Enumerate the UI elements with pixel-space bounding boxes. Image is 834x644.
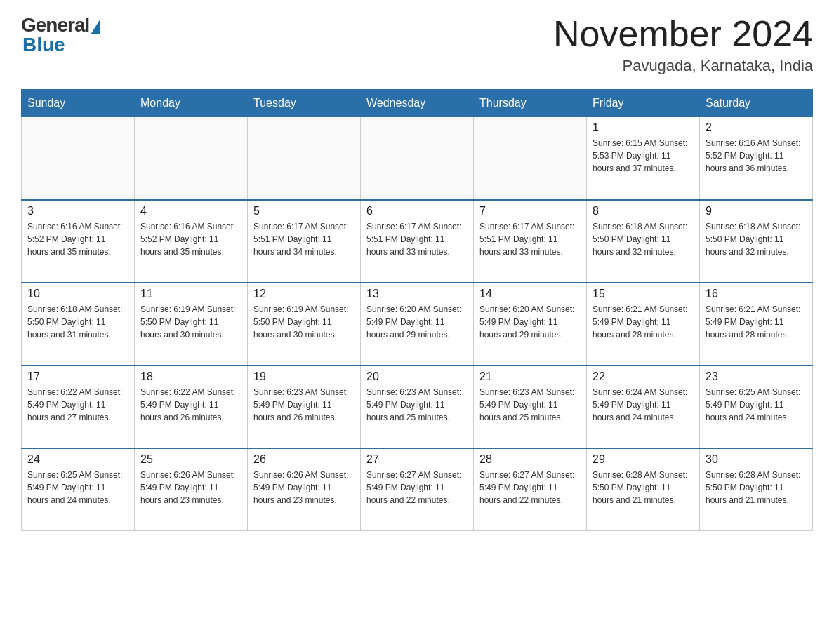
day-number: 13 bbox=[366, 288, 468, 300]
day-info: Sunrise: 6:18 AM Sunset: 5:50 PM Dayligh… bbox=[706, 220, 807, 258]
weekday-header-thursday: Thursday bbox=[474, 90, 587, 117]
calendar-cell bbox=[135, 117, 248, 200]
calendar-cell: 11Sunrise: 6:19 AM Sunset: 5:50 PM Dayli… bbox=[135, 283, 248, 365]
day-number: 4 bbox=[140, 205, 241, 217]
day-number: 12 bbox=[253, 288, 355, 300]
calendar-cell: 17Sunrise: 6:22 AM Sunset: 5:49 PM Dayli… bbox=[22, 365, 135, 448]
day-number: 16 bbox=[706, 288, 807, 300]
day-info: Sunrise: 6:21 AM Sunset: 5:49 PM Dayligh… bbox=[706, 303, 807, 341]
day-info: Sunrise: 6:27 AM Sunset: 5:49 PM Dayligh… bbox=[366, 469, 468, 507]
day-info: Sunrise: 6:19 AM Sunset: 5:50 PM Dayligh… bbox=[140, 303, 241, 341]
day-number: 5 bbox=[253, 205, 355, 217]
day-number: 24 bbox=[27, 453, 128, 466]
day-number: 1 bbox=[593, 121, 694, 134]
calendar-cell: 1Sunrise: 6:15 AM Sunset: 5:53 PM Daylig… bbox=[587, 117, 700, 200]
calendar-cell: 14Sunrise: 6:20 AM Sunset: 5:49 PM Dayli… bbox=[474, 283, 587, 365]
calendar-cell: 13Sunrise: 6:20 AM Sunset: 5:49 PM Dayli… bbox=[361, 283, 474, 365]
page-header: General Blue November 2024 Pavugada, Kar… bbox=[21, 14, 813, 75]
calendar-cell: 2Sunrise: 6:16 AM Sunset: 5:52 PM Daylig… bbox=[700, 117, 813, 200]
day-info: Sunrise: 6:27 AM Sunset: 5:49 PM Dayligh… bbox=[479, 469, 581, 507]
calendar-cell: 20Sunrise: 6:23 AM Sunset: 5:49 PM Dayli… bbox=[361, 365, 474, 448]
calendar-cell bbox=[361, 117, 474, 200]
day-number: 6 bbox=[366, 205, 468, 217]
day-number: 3 bbox=[27, 205, 128, 217]
calendar-cell: 28Sunrise: 6:27 AM Sunset: 5:49 PM Dayli… bbox=[474, 448, 587, 531]
day-number: 8 bbox=[593, 205, 694, 217]
day-info: Sunrise: 6:18 AM Sunset: 5:50 PM Dayligh… bbox=[27, 303, 128, 341]
day-number: 23 bbox=[706, 370, 807, 383]
day-number: 20 bbox=[366, 370, 468, 383]
day-number: 18 bbox=[140, 370, 241, 383]
day-number: 21 bbox=[479, 370, 581, 383]
calendar-cell: 30Sunrise: 6:28 AM Sunset: 5:50 PM Dayli… bbox=[700, 448, 813, 531]
weekday-header-sunday: Sunday bbox=[22, 90, 135, 117]
location-title: Pavugada, Karnataka, India bbox=[553, 57, 813, 75]
week-row-3: 10Sunrise: 6:18 AM Sunset: 5:50 PM Dayli… bbox=[22, 283, 813, 365]
day-number: 27 bbox=[366, 453, 468, 466]
calendar-cell: 5Sunrise: 6:17 AM Sunset: 5:51 PM Daylig… bbox=[248, 200, 361, 283]
day-info: Sunrise: 6:22 AM Sunset: 5:49 PM Dayligh… bbox=[27, 386, 128, 424]
week-row-1: 1Sunrise: 6:15 AM Sunset: 5:53 PM Daylig… bbox=[22, 117, 813, 200]
calendar-cell: 8Sunrise: 6:18 AM Sunset: 5:50 PM Daylig… bbox=[587, 200, 700, 283]
day-number: 17 bbox=[27, 370, 128, 383]
logo: General Blue bbox=[21, 14, 100, 56]
day-info: Sunrise: 6:17 AM Sunset: 5:51 PM Dayligh… bbox=[479, 220, 581, 258]
day-info: Sunrise: 6:15 AM Sunset: 5:53 PM Dayligh… bbox=[593, 137, 694, 175]
day-number: 9 bbox=[706, 205, 807, 217]
day-info: Sunrise: 6:18 AM Sunset: 5:50 PM Dayligh… bbox=[593, 220, 694, 258]
calendar-cell bbox=[22, 117, 135, 200]
calendar-cell: 24Sunrise: 6:25 AM Sunset: 5:49 PM Dayli… bbox=[22, 448, 135, 531]
calendar-cell: 26Sunrise: 6:26 AM Sunset: 5:49 PM Dayli… bbox=[248, 448, 361, 531]
calendar-cell: 22Sunrise: 6:24 AM Sunset: 5:49 PM Dayli… bbox=[587, 365, 700, 448]
day-number: 15 bbox=[593, 288, 694, 300]
calendar-cell: 10Sunrise: 6:18 AM Sunset: 5:50 PM Dayli… bbox=[22, 283, 135, 365]
calendar-cell: 9Sunrise: 6:18 AM Sunset: 5:50 PM Daylig… bbox=[700, 200, 813, 283]
day-number: 26 bbox=[253, 453, 355, 466]
calendar-cell: 18Sunrise: 6:22 AM Sunset: 5:49 PM Dayli… bbox=[135, 365, 248, 448]
calendar-cell: 19Sunrise: 6:23 AM Sunset: 5:49 PM Dayli… bbox=[248, 365, 361, 448]
day-number: 7 bbox=[479, 205, 581, 217]
day-info: Sunrise: 6:25 AM Sunset: 5:49 PM Dayligh… bbox=[706, 386, 807, 424]
calendar-cell: 16Sunrise: 6:21 AM Sunset: 5:49 PM Dayli… bbox=[700, 283, 813, 365]
title-block: November 2024 Pavugada, Karnataka, India bbox=[553, 14, 813, 75]
day-number: 25 bbox=[140, 453, 241, 466]
calendar-cell: 23Sunrise: 6:25 AM Sunset: 5:49 PM Dayli… bbox=[700, 365, 813, 448]
week-row-2: 3Sunrise: 6:16 AM Sunset: 5:52 PM Daylig… bbox=[22, 200, 813, 283]
month-title: November 2024 bbox=[553, 14, 813, 54]
week-row-4: 17Sunrise: 6:22 AM Sunset: 5:49 PM Dayli… bbox=[22, 365, 813, 448]
calendar-cell: 21Sunrise: 6:23 AM Sunset: 5:49 PM Dayli… bbox=[474, 365, 587, 448]
day-number: 29 bbox=[593, 453, 694, 466]
logo-triangle-icon bbox=[91, 19, 100, 34]
day-number: 22 bbox=[593, 370, 694, 383]
logo-blue-text: Blue bbox=[21, 34, 65, 56]
weekday-header-friday: Friday bbox=[587, 90, 700, 117]
weekday-header-monday: Monday bbox=[135, 90, 248, 117]
day-info: Sunrise: 6:25 AM Sunset: 5:49 PM Dayligh… bbox=[27, 469, 128, 507]
day-number: 19 bbox=[253, 370, 355, 383]
calendar-cell: 6Sunrise: 6:17 AM Sunset: 5:51 PM Daylig… bbox=[361, 200, 474, 283]
day-info: Sunrise: 6:23 AM Sunset: 5:49 PM Dayligh… bbox=[253, 386, 355, 424]
day-info: Sunrise: 6:20 AM Sunset: 5:49 PM Dayligh… bbox=[479, 303, 581, 341]
day-number: 28 bbox=[479, 453, 581, 466]
calendar-cell: 25Sunrise: 6:26 AM Sunset: 5:49 PM Dayli… bbox=[135, 448, 248, 531]
day-info: Sunrise: 6:17 AM Sunset: 5:51 PM Dayligh… bbox=[366, 220, 468, 258]
calendar-cell bbox=[474, 117, 587, 200]
day-info: Sunrise: 6:22 AM Sunset: 5:49 PM Dayligh… bbox=[140, 386, 241, 424]
calendar-cell: 12Sunrise: 6:19 AM Sunset: 5:50 PM Dayli… bbox=[248, 283, 361, 365]
calendar-cell bbox=[248, 117, 361, 200]
day-number: 10 bbox=[27, 288, 128, 300]
day-number: 30 bbox=[706, 453, 807, 466]
weekday-header-wednesday: Wednesday bbox=[361, 90, 474, 117]
weekday-header-tuesday: Tuesday bbox=[248, 90, 361, 117]
day-info: Sunrise: 6:26 AM Sunset: 5:49 PM Dayligh… bbox=[253, 469, 355, 507]
weekday-header-row: SundayMondayTuesdayWednesdayThursdayFrid… bbox=[22, 90, 813, 117]
weekday-header-saturday: Saturday bbox=[700, 90, 813, 117]
day-info: Sunrise: 6:28 AM Sunset: 5:50 PM Dayligh… bbox=[706, 469, 807, 507]
day-info: Sunrise: 6:24 AM Sunset: 5:49 PM Dayligh… bbox=[593, 386, 694, 424]
calendar-cell: 27Sunrise: 6:27 AM Sunset: 5:49 PM Dayli… bbox=[361, 448, 474, 531]
day-info: Sunrise: 6:21 AM Sunset: 5:49 PM Dayligh… bbox=[593, 303, 694, 341]
day-info: Sunrise: 6:23 AM Sunset: 5:49 PM Dayligh… bbox=[479, 386, 581, 424]
day-info: Sunrise: 6:28 AM Sunset: 5:50 PM Dayligh… bbox=[593, 469, 694, 507]
day-number: 11 bbox=[140, 288, 241, 300]
day-info: Sunrise: 6:20 AM Sunset: 5:49 PM Dayligh… bbox=[366, 303, 468, 341]
